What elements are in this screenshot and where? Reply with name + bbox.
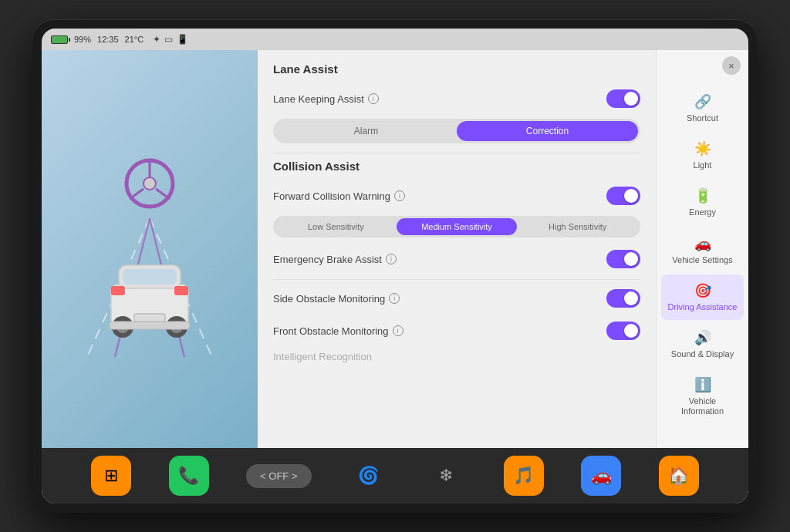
sidebar-item-energy[interactable]: 🔋 Energy bbox=[661, 180, 744, 225]
som-info-icon[interactable]: i bbox=[389, 293, 400, 304]
display-icon: ▭ bbox=[164, 34, 173, 45]
fcw-info-icon[interactable]: i bbox=[394, 190, 405, 201]
low-sensitivity-btn[interactable]: Low Sensitivity bbox=[275, 218, 397, 235]
vehicle-info-label: Vehicle Information bbox=[667, 396, 738, 416]
eba-row: Emergency Brake Assist i bbox=[273, 247, 640, 271]
tablet-device: 99% 12:35 21°C ✦ ▭ 📱 bbox=[32, 19, 758, 513]
close-button[interactable]: × bbox=[722, 56, 741, 75]
vehicle-info-icon: ℹ️ bbox=[694, 376, 711, 393]
sound-display-icon: 🔊 bbox=[694, 329, 711, 346]
vehicle-settings-label: Vehicle Settings bbox=[672, 255, 732, 265]
correction-segment[interactable]: Correction bbox=[457, 121, 638, 141]
bluetooth-icon: ✦ bbox=[153, 34, 160, 45]
music-icon: 🎵 bbox=[513, 466, 534, 486]
lane-mode-control[interactable]: Alarm Correction bbox=[273, 119, 640, 143]
svg-rect-19 bbox=[110, 322, 190, 329]
sidebar-nav: 🔗 Shortcut ☀️ Light 🔋 Energy 🚗 Vehicle S… bbox=[657, 84, 748, 426]
driving-assistance-label: Driving Assistance bbox=[668, 302, 738, 312]
high-sensitivity-btn[interactable]: High Sensitivity bbox=[517, 218, 638, 235]
sidebar-item-light[interactable]: ☀️ Light bbox=[661, 133, 744, 178]
fan-button[interactable]: 🌀 bbox=[349, 456, 389, 496]
car-visual bbox=[96, 254, 204, 349]
fan-icon: 🌀 bbox=[358, 466, 379, 486]
fom-info-icon[interactable]: i bbox=[393, 325, 403, 336]
light-label: Light bbox=[694, 160, 712, 170]
tablet-screen: 99% 12:35 21°C ✦ ▭ 📱 bbox=[42, 29, 748, 503]
status-bar: 99% 12:35 21°C ✦ ▭ 📱 bbox=[42, 29, 748, 50]
lane-assist-title: Lane Assist bbox=[273, 62, 640, 76]
main-content: Lane Assist Lane Keeping Assist i Alarm … bbox=[42, 50, 748, 448]
app-grid-button[interactable]: ⊞ bbox=[91, 456, 131, 496]
center-panel[interactable]: Lane Assist Lane Keeping Assist i Alarm … bbox=[258, 50, 656, 448]
medium-sensitivity-btn[interactable]: Medium Sensitivity bbox=[397, 218, 518, 235]
svg-rect-13 bbox=[174, 286, 188, 295]
time-display: 12:35 bbox=[97, 35, 119, 44]
fcw-label: Forward Collision Warning i bbox=[273, 190, 405, 202]
battery-percentage: 99% bbox=[74, 35, 91, 44]
status-icons: ✦ ▭ 📱 bbox=[153, 34, 188, 45]
sound-display-label: Sound & Display bbox=[671, 349, 734, 359]
collision-section: Collision Assist Forward Collision Warni… bbox=[273, 160, 640, 362]
fom-row: Front Obstacle Monitoring i bbox=[273, 318, 640, 343]
car-button[interactable]: 🚗 bbox=[581, 456, 621, 496]
phone-button[interactable]: 📞 bbox=[169, 456, 209, 496]
taskbar: ⊞ 📞 < OFF > 🌀 ❄ 🎵 🚗 🏠 bbox=[42, 448, 748, 503]
som-toggle[interactable] bbox=[606, 289, 640, 308]
svg-rect-14 bbox=[134, 314, 165, 322]
phone-icon: 📞 bbox=[178, 466, 199, 486]
intelligent-recognition: Intelligent Recognition bbox=[273, 351, 640, 362]
light-icon: ☀️ bbox=[694, 140, 711, 157]
phone-icon: 📱 bbox=[177, 34, 188, 45]
fcw-toggle[interactable] bbox=[606, 187, 640, 205]
right-sidebar: × 🔗 Shortcut ☀️ Light 🔋 Energy bbox=[656, 50, 748, 448]
svg-line-4 bbox=[156, 189, 170, 199]
shortcut-icon: 🔗 bbox=[694, 93, 711, 110]
svg-point-1 bbox=[143, 177, 156, 190]
car-image-area bbox=[65, 141, 235, 357]
section-divider bbox=[273, 153, 640, 153]
fom-toggle[interactable] bbox=[606, 322, 640, 340]
lane-keeping-assist-row: Lane Keeping Assist i bbox=[273, 86, 640, 111]
steering-wheel-icon bbox=[123, 157, 177, 214]
alarm-segment[interactable]: Alarm bbox=[275, 121, 457, 141]
eba-toggle[interactable] bbox=[606, 250, 640, 268]
off-control[interactable]: < OFF > bbox=[246, 464, 311, 488]
collision-assist-title: Collision Assist bbox=[273, 160, 640, 173]
driving-assistance-icon: 🎯 bbox=[694, 282, 711, 299]
lane-keeping-toggle[interactable] bbox=[606, 89, 640, 108]
lane-keeping-info-icon[interactable]: i bbox=[368, 93, 379, 104]
home-icon: 🏠 bbox=[668, 466, 689, 486]
temp-display: 21°C bbox=[125, 35, 144, 44]
svg-line-3 bbox=[130, 189, 143, 199]
divider-2 bbox=[273, 279, 640, 280]
home-button[interactable]: 🏠 bbox=[659, 456, 699, 496]
svg-rect-11 bbox=[123, 269, 177, 285]
energy-label: Energy bbox=[689, 207, 716, 217]
sidebar-item-shortcut[interactable]: 🔗 Shortcut bbox=[661, 86, 744, 131]
sidebar-item-vehicle-settings[interactable]: 🚗 Vehicle Settings bbox=[661, 227, 744, 273]
sensitivity-control[interactable]: Low Sensitivity Medium Sensitivity High … bbox=[273, 216, 640, 237]
eba-info-icon[interactable]: i bbox=[386, 254, 397, 264]
lane-keeping-label: Lane Keeping Assist i bbox=[273, 93, 379, 105]
sidebar-item-vehicle-information[interactable]: ℹ️ Vehicle Information bbox=[661, 369, 744, 424]
fcw-row: Forward Collision Warning i bbox=[273, 184, 640, 208]
fade-overlay bbox=[258, 425, 656, 448]
off-label: < OFF > bbox=[260, 470, 297, 482]
music-button[interactable]: 🎵 bbox=[504, 456, 544, 496]
eba-label: Emergency Brake Assist i bbox=[273, 254, 397, 265]
app-grid-icon: ⊞ bbox=[104, 466, 118, 486]
energy-icon: 🔋 bbox=[694, 187, 711, 204]
sidebar-item-sound-display[interactable]: 🔊 Sound & Display bbox=[661, 322, 744, 367]
fom-label: Front Obstacle Monitoring i bbox=[273, 325, 403, 337]
battery-icon bbox=[51, 35, 68, 44]
som-label: Side Obstacle Monitoring i bbox=[273, 293, 400, 305]
vehicle-settings-icon: 🚗 bbox=[694, 235, 711, 252]
ac-button[interactable]: ❄ bbox=[426, 456, 466, 496]
left-panel bbox=[42, 50, 258, 448]
ac-icon: ❄ bbox=[439, 466, 453, 486]
sidebar-item-driving-assistance[interactable]: 🎯 Driving Assistance bbox=[661, 274, 744, 320]
shortcut-label: Shortcut bbox=[687, 113, 718, 123]
svg-rect-12 bbox=[111, 286, 125, 295]
som-row: Side Obstacle Monitoring i bbox=[273, 286, 640, 311]
car-icon: 🚗 bbox=[591, 466, 612, 486]
